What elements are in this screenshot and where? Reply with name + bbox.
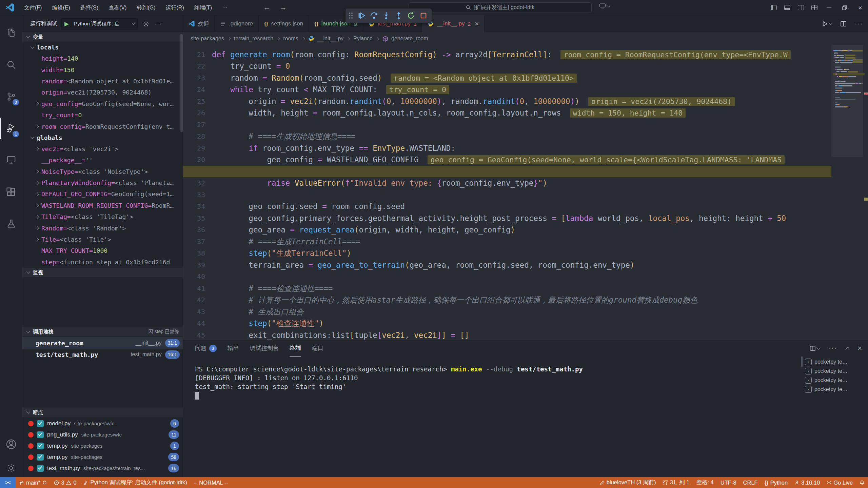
stop-button[interactable] <box>418 10 429 21</box>
step-into-button[interactable] <box>381 10 392 21</box>
panel-tab[interactable]: 问题3 <box>195 340 217 357</box>
minimap[interactable] <box>831 45 868 340</box>
breakpoints-section-header[interactable]: 断点 <box>22 408 183 417</box>
breakpoint-checkbox[interactable] <box>37 454 44 461</box>
python-version-item[interactable]: 3.10.10 <box>791 477 823 488</box>
line-number[interactable]: 24 <box>183 84 205 96</box>
variable-row[interactable]: step = <function step at 0x1bf9cd216d <box>22 257 183 268</box>
line-number[interactable]: 29 <box>183 142 205 154</box>
line-number[interactable]: 20 <box>183 45 205 49</box>
code-line[interactable]: 33 <box>183 189 868 201</box>
editor-tab[interactable]: {}settings.json <box>259 15 309 32</box>
line-number[interactable]: 39 <box>183 259 205 271</box>
breakpoint-row[interactable]: png_utils.pysite-packages\wfc11 <box>22 429 183 440</box>
run-and-debug-icon[interactable]: 1 <box>0 118 22 139</box>
code-line[interactable]: 37 # ====生成TerrainCell==== <box>183 236 868 248</box>
menu-item[interactable]: 编辑(E) <box>47 0 75 15</box>
line-number[interactable]: 44 <box>183 318 205 329</box>
variable-row[interactable]: PlanetaryWindConfig = <class 'Planeta… <box>22 177 183 188</box>
code-line[interactable]: 34 geo_config.seed = room_config.seed <box>183 201 868 212</box>
code-line[interactable]: 23 random = Random(room_config.seed)rand… <box>183 72 868 84</box>
line-number[interactable]: 45 <box>183 329 205 340</box>
more-actions-icon[interactable]: ··· <box>154 20 162 27</box>
remote-window-icon[interactable] <box>599 3 610 8</box>
testing-icon[interactable] <box>0 214 22 235</box>
restore-button[interactable] <box>837 0 852 15</box>
variable-row[interactable]: Random = <class 'Random'> <box>22 222 183 233</box>
close-panel-icon[interactable]: × <box>857 344 862 353</box>
line-number[interactable]: 22 <box>183 60 205 72</box>
encoding-item[interactable]: UTF-8 <box>717 477 740 488</box>
editor-tab[interactable]: .gdignore <box>215 15 259 32</box>
settings-gear-icon[interactable] <box>0 458 22 479</box>
terminal-session-item[interactable]: ›pocketpy te… <box>802 375 867 385</box>
menu-item[interactable]: 终端(T) <box>189 0 217 15</box>
code-line[interactable]: 32 raise ValueError(f"Invalid env type: … <box>183 177 868 189</box>
step-out-button[interactable] <box>393 10 405 21</box>
code-line[interactable]: 41 # ====检查连通性==== <box>183 283 868 294</box>
code-line[interactable]: 30 geo_config = WASTELAND_GEO_CONFIGgeo_… <box>183 154 868 166</box>
terminal-output[interactable]: PS C:\computer_science\godot-ldtk\site-p… <box>195 365 800 400</box>
line-number[interactable]: 28 <box>183 130 205 142</box>
breadcrumb-item[interactable]: rooms <box>283 36 298 42</box>
panel-tab[interactable]: 终端 <box>290 340 301 357</box>
git-blame-item[interactable]: blueloveTH (3 周前) <box>596 477 659 488</box>
line-number[interactable]: 32 <box>183 177 205 189</box>
terminal-session-item[interactable]: ›pocketpy te… <box>802 357 867 366</box>
code-line[interactable]: 36 geo_area = request_area(origin, width… <box>183 224 868 236</box>
variable-row[interactable]: MAX_TRY_COUNT = 1000 <box>22 245 183 256</box>
code-line[interactable]: 40 <box>183 271 868 283</box>
code-line[interactable]: 22 try_count = 0 <box>183 60 868 72</box>
line-number[interactable]: 35 <box>183 212 205 224</box>
code-line[interactable]: 24 while try_count < MAX_TRY_COUNT:try_c… <box>183 84 868 96</box>
notifications-bell-icon[interactable] <box>856 477 868 488</box>
line-number[interactable]: 37 <box>183 236 205 248</box>
account-icon[interactable] <box>0 434 22 455</box>
line-number[interactable]: 30 <box>183 154 205 166</box>
menu-item[interactable]: 查看(V) <box>103 0 132 15</box>
sidebar-scrollbar[interactable] <box>180 34 183 132</box>
line-number[interactable]: 40 <box>183 271 205 283</box>
back-arrow-icon[interactable]: ← <box>263 3 271 12</box>
variable-row[interactable]: DEFAULT_GEO_CONFIG = GeoConfig(seed=1… <box>22 188 183 200</box>
editor-tab[interactable]: 欢迎 <box>183 15 215 32</box>
command-center-search[interactable]: [扩展开发宿主] godot-ldtk <box>409 2 592 13</box>
breakpoint-checkbox[interactable] <box>37 420 44 427</box>
code-line[interactable]: 25 origin = vec2i(random.randint(0, 1000… <box>183 96 868 107</box>
split-editor-icon[interactable] <box>840 21 847 27</box>
code-line[interactable]: 45 exit_combinations:list[tuple[vec2i, v… <box>183 329 868 340</box>
code-line[interactable]: 28 # ====生成初始地理信息==== <box>183 130 868 142</box>
menu-item[interactable]: 文件(F) <box>19 0 47 15</box>
code-line[interactable]: 43 # 生成出口组合 <box>183 306 868 318</box>
breadcrumb-item[interactable]: site-packages <box>191 36 224 42</box>
line-number[interactable]: 43 <box>183 306 205 318</box>
call-stack-frame[interactable]: test/test_math.pytest_math.py16:1 <box>22 349 183 360</box>
variable-row[interactable]: geo_config = GeoConfig(seed=None, wor… <box>22 98 183 109</box>
terminal-session-item[interactable]: ›pocketpy te… <box>802 385 867 394</box>
panel-tab[interactable]: 调试控制台 <box>250 340 279 357</box>
close-tab-icon[interactable]: × <box>475 20 479 27</box>
minimize-button[interactable]: ─ <box>821 0 837 15</box>
code-line[interactable]: 42 # 计算每一个出口的中心，然后使用astar生成路径，确保每一个出口组合都… <box>183 294 868 306</box>
toggle-panel-icon[interactable] <box>784 5 790 10</box>
code-line[interactable]: 20 <box>183 45 868 49</box>
variable-row[interactable]: try_count = 0 <box>22 109 183 121</box>
menu-item[interactable]: 运行(R) <box>161 0 189 15</box>
line-number[interactable]: 42 <box>183 294 205 306</box>
call-stack-section-header[interactable]: 调用堆栈 因 step 已暂停 <box>22 327 183 337</box>
code-line[interactable]: 35 geo_config.primary_forces.geothermal_… <box>183 212 868 224</box>
code-line[interactable]: 39 terrain_area = geo_area_to_terrain(ge… <box>183 259 868 271</box>
menu-item[interactable]: 选择(S) <box>75 0 103 15</box>
customize-layout-icon[interactable] <box>811 5 817 10</box>
problems-item[interactable]: 3 0 <box>51 477 80 488</box>
line-number[interactable]: 26 <box>183 107 205 119</box>
variables-scope-header[interactable]: globals <box>22 132 183 143</box>
vim-mode-item[interactable]: -- NORMAL -- <box>191 477 232 488</box>
language-mode-item[interactable]: {} Python <box>761 477 791 488</box>
close-window-button[interactable]: × <box>852 0 868 15</box>
breakpoint-checkbox[interactable] <box>37 443 44 449</box>
restart-button[interactable] <box>406 10 417 21</box>
line-number[interactable]: 34 <box>183 201 205 212</box>
variable-row[interactable]: origin = vec2i(7205730, 9024468) <box>22 87 183 98</box>
variable-row[interactable]: __package__ = '' <box>22 155 183 166</box>
